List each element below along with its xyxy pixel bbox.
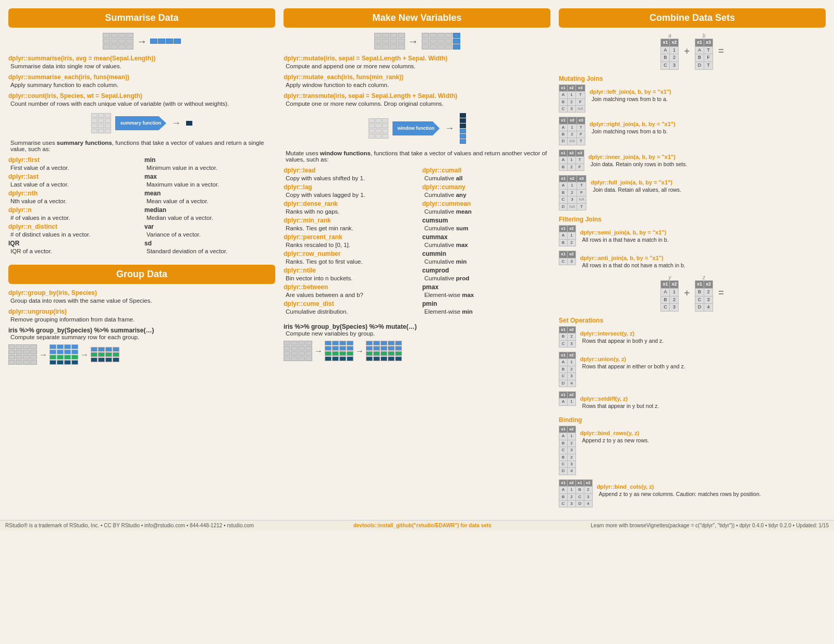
mut-pipe-out bbox=[366, 341, 402, 361]
group-data-header: Group Data bbox=[8, 265, 275, 284]
summarise-header: Summarise Data bbox=[8, 8, 275, 28]
func-min: min Minimum value in a vector. bbox=[144, 156, 275, 171]
binding-label: Binding bbox=[559, 416, 826, 424]
window-function-label: window function bbox=[393, 121, 440, 136]
func-iqr: IQR IQR of a vector. bbox=[8, 240, 139, 254]
window-para: Mutate uses window functions, functions … bbox=[284, 150, 550, 163]
func-ntile: dplyr::ntile Bin vector into n buckets. bbox=[284, 267, 412, 281]
make-new-top-diagram: → bbox=[284, 33, 550, 49]
combine-header: Combine Data Sets bbox=[559, 8, 826, 28]
pipe-in1 bbox=[8, 344, 37, 365]
group-pipeline-diagram: → → bbox=[8, 344, 275, 365]
summarise-desc1: Summarise data into single row of values… bbox=[8, 63, 275, 69]
funcs-left-col: dplyr::first First value of a vector. dp… bbox=[8, 155, 139, 256]
group-pipe-desc: Compute separate summary row for each gr… bbox=[8, 334, 275, 340]
ungroup-desc: Remove grouping information from data fr… bbox=[8, 316, 275, 323]
func-max: max Maximum value in a vector. bbox=[144, 173, 275, 188]
footer-right: Learn more with browseVignettes(package … bbox=[591, 523, 829, 528]
funcs-right-col: min Minimum value in a vector. max Maxim… bbox=[144, 155, 275, 256]
summary-functions-grid: dplyr::first First value of a vector. dp… bbox=[8, 155, 275, 256]
union-row: x1x2 A1 B2 C3 D4 dplyr::union(y, z) Rows… bbox=[559, 352, 826, 387]
z-table-wrap: z x1x2 B2 C3 D4 bbox=[695, 275, 713, 312]
diag-output bbox=[186, 121, 192, 126]
func-n-distinct: dplyr::n_distinct # of distinct values i… bbox=[8, 223, 139, 238]
func-median: median Median value of a vector. bbox=[144, 206, 275, 221]
pipe-out bbox=[91, 347, 119, 362]
footer-bar: RStudio® is a trademark of RStudio, Inc.… bbox=[0, 520, 834, 530]
transmute-code: dplyr::transmute(iris, sepal = Sepal.Len… bbox=[284, 92, 550, 100]
input-table bbox=[103, 33, 133, 49]
func-mean: mean Mean value of a vector. bbox=[144, 190, 275, 204]
summarise-section: Summarise Data → bbox=[4, 4, 279, 516]
y-table-wrap: y x1x2 A1 B2 C3 bbox=[660, 275, 679, 312]
b-table-wrap: b x1x3 AT BF DT bbox=[695, 33, 713, 70]
inner-join-tables: x1x2x3 A1T B2F bbox=[559, 150, 584, 171]
summary-para: Summarise uses summary functions, functi… bbox=[8, 140, 275, 152]
mnv-output-table bbox=[422, 33, 460, 49]
union-tables: x1x2 A1 B2 C3 D4 bbox=[559, 352, 576, 387]
make-new-section: Make New Variables → bbox=[279, 4, 555, 516]
mutate-pipeline-diagram: → → bbox=[284, 341, 550, 361]
window-functions-grid: dplyr::lead Copy with values shifted by … bbox=[284, 166, 550, 317]
mutate-each-code: dplyr::mutate_each(iris, funs(min_rank)) bbox=[284, 73, 550, 81]
filtering-joins-label: Filtering Joins bbox=[559, 216, 826, 223]
group-pipe: iris %>% group_by(Species) %>% summarise… bbox=[8, 327, 275, 334]
combine-section: Combine Data Sets a x1x2 A1 B2 C3 + b x1… bbox=[555, 4, 830, 516]
summarise-code2: dplyr::summarise_each(iris, funs(mean)) bbox=[8, 73, 275, 81]
footer-left: RStudio® is a trademark of RStudio, Inc.… bbox=[5, 523, 254, 528]
func-cumsum: cumsum Cumulative sum bbox=[422, 217, 550, 231]
left-join-row: x1x2x3 A1T B2F C3NA dplyr::left_join(a, … bbox=[559, 84, 826, 113]
mutating-joins-label: Mutating Joins bbox=[559, 75, 826, 82]
left-join-tables: x1x2x3 A1T B2F C3NA bbox=[559, 84, 585, 113]
group-data-subsection: Group Data dplyr::group_by(iris, Species… bbox=[8, 265, 275, 365]
setdiff-row: x1x2 A1 dplyr::setdiff(y, z) Rows that a… bbox=[559, 391, 826, 411]
a-table-wrap: a x1x2 A1 B2 C3 bbox=[660, 33, 679, 70]
func-min-rank: dplyr::min_rank Ranks. Ties get min rank… bbox=[284, 217, 412, 231]
summarise-code1: dplyr::summarise(iris, avg = mean(Sepal.… bbox=[8, 55, 275, 62]
summarise-code3: dplyr::count(iris, Species, wt = Sepal.L… bbox=[8, 92, 275, 100]
inner-join-row: x1x2x3 A1T B2F dplyr::inner_join(a, b, b… bbox=[559, 150, 826, 171]
mnv-input-table bbox=[374, 33, 405, 49]
setdiff-tables: x1x2 A1 bbox=[559, 391, 576, 406]
plus-icon: + bbox=[684, 46, 690, 57]
func-cummean: dplyr::cummean Cumulative mean bbox=[422, 200, 550, 215]
bind-rows-tables: x1x2 A1 B2 C3 B2 C3 D4 bbox=[559, 426, 576, 475]
mnv-pipe: iris %>% group_by(Species) %>% mutate(…) bbox=[284, 323, 550, 330]
func-percent-rank: dplyr::percent_rank Ranks rescaled to [0… bbox=[284, 233, 412, 248]
summary-function-diagram: summary function → bbox=[8, 113, 275, 133]
func-sd: sd Standard deviation of a vector. bbox=[144, 240, 275, 254]
full-join-row: x1x2x3 A1T B2F C3NA DNAT dplyr::full_joi… bbox=[559, 175, 826, 210]
win-funcs-left: dplyr::lead Copy with values shifted by … bbox=[284, 166, 412, 317]
summary-function-label: summary function bbox=[115, 116, 166, 131]
func-lead: dplyr::lead Copy with values shifted by … bbox=[284, 167, 412, 181]
mnv-arrow: → bbox=[408, 35, 419, 47]
full-join-tables: x1x2x3 A1T B2F C3NA DNAT bbox=[559, 175, 586, 210]
diag-input bbox=[91, 113, 111, 133]
func-lag: dplyr::lag Copy with values lagged by 1. bbox=[284, 183, 412, 198]
ungroup-code: dplyr::ungroup(iris) bbox=[8, 308, 275, 315]
semi-join-row: x1x2 A1 B2 dplyr::semi_join(a, b, by = "… bbox=[559, 225, 826, 246]
bind-cols-row: x1x2x1x2 A1B2 B2C3 C3D4 dplyr::bind_cols… bbox=[559, 479, 826, 508]
func-cummax: cummax Cumulative max bbox=[422, 233, 550, 248]
func-first: dplyr::first First value of a vector. bbox=[8, 156, 139, 171]
func-row-number: dplyr::row_number Ranks. Ties got to fir… bbox=[284, 250, 412, 265]
group-by-desc: Group data into rows with the same value… bbox=[8, 298, 275, 304]
semi-join-tables: x1x2 A1 B2 bbox=[559, 225, 576, 246]
mutate-desc1: Compute and append one or more new colum… bbox=[284, 63, 550, 69]
pipe-mid bbox=[50, 344, 78, 365]
ab-diagram: a x1x2 A1 B2 C3 + b x1x3 AT BF DT = bbox=[559, 33, 826, 70]
func-dense-rank: dplyr::dense_rank Ranks with no gaps. bbox=[284, 200, 412, 215]
func-n: dplyr::n # of values in a vector. bbox=[8, 206, 139, 221]
mut-pipe-in bbox=[284, 341, 312, 361]
func-pmax: pmax Element-wise max bbox=[422, 283, 550, 298]
mnv-pipe-desc: Compute new variables by group. bbox=[284, 330, 550, 337]
output-table bbox=[150, 39, 181, 44]
anti-join-tables: x1x2 C3 bbox=[559, 251, 576, 265]
mutate-code1: dplyr::mutate(iris, sepal = Sepal.Length… bbox=[284, 55, 550, 62]
equals-icon: = bbox=[718, 46, 724, 57]
win-diag-input bbox=[369, 118, 388, 139]
func-pmin: pmin Element-wise min bbox=[422, 300, 550, 315]
summarise-desc3: Count number of rows with each unique va… bbox=[8, 101, 275, 107]
func-between: dplyr::between Are values between a and … bbox=[284, 283, 412, 298]
yz-equals-icon: = bbox=[718, 288, 724, 299]
